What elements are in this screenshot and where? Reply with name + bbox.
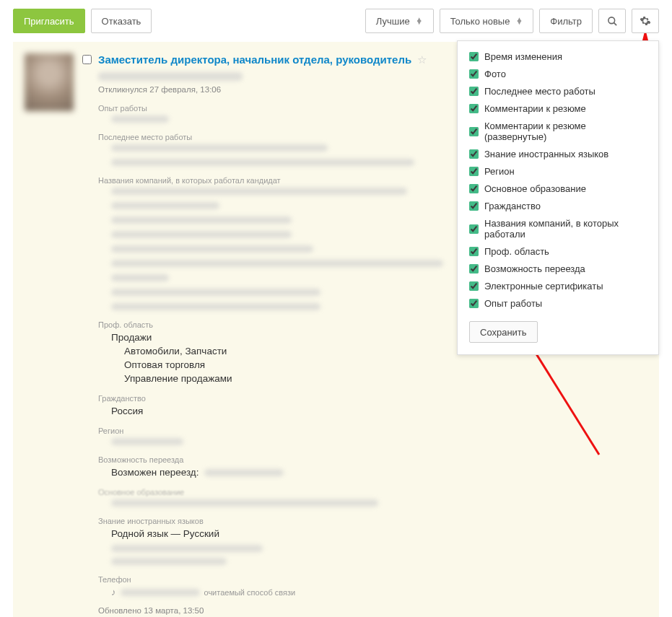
settings-option-checkbox[interactable] (469, 264, 479, 274)
settings-option-checkbox[interactable] (469, 247, 479, 256)
settings-option-checkbox[interactable] (469, 69, 479, 79)
phone-icon: ♪ (111, 587, 116, 598)
settings-option-label: Гражданство (484, 201, 541, 211)
settings-option-label: Время изменения (484, 51, 562, 62)
redacted-line (111, 303, 320, 310)
settings-option[interactable]: Комментарии к резюме (развернутые) (469, 121, 647, 142)
settings-option-label: Комментарии к резюме (484, 103, 586, 114)
settings-option-label: Комментарии к резюме (развернутые) (484, 121, 647, 142)
redacted-line (111, 545, 263, 552)
svg-point-0 (608, 17, 614, 23)
relocation-value: Возможен переезд: (111, 467, 647, 478)
label-phone: Телефон (98, 575, 647, 584)
redacted-line (111, 115, 169, 123)
prof-area-sub: Оптовая торговля (124, 359, 647, 370)
save-settings-button[interactable]: Сохранить (469, 321, 538, 343)
languages-native: Родной язык — Русский (111, 528, 647, 539)
redacted-line (111, 144, 328, 152)
settings-option[interactable]: Опыт работы (469, 298, 647, 309)
relocation-prefix: Возможен переезд: (111, 467, 199, 478)
settings-option-checkbox[interactable] (469, 299, 479, 308)
reject-button[interactable]: Отказать (91, 9, 152, 33)
resume-title-link[interactable]: Заместитель директора, начальник отдела,… (98, 53, 411, 66)
only-new-label: Только новые (450, 16, 510, 27)
avatar (25, 53, 74, 111)
gear-icon (640, 15, 651, 27)
settings-option[interactable]: Основное образование (469, 183, 647, 194)
redacted-line (111, 289, 320, 296)
settings-option[interactable]: Фото (469, 69, 647, 79)
redacted-line (111, 245, 313, 253)
redacted-line (111, 438, 183, 445)
redacted-line (111, 260, 443, 267)
settings-button[interactable] (632, 9, 659, 33)
invite-button[interactable]: Пригласить (13, 9, 85, 33)
caret-icon: ▲▼ (515, 18, 523, 24)
settings-option[interactable]: Время изменения (469, 51, 647, 62)
label-education: Основное образование (98, 488, 647, 496)
settings-option-checkbox[interactable] (469, 87, 479, 96)
prof-area-sub: Управление продажами (124, 373, 647, 384)
settings-option-label: Фото (484, 69, 506, 79)
redacted-line (111, 499, 378, 507)
select-resume-checkbox[interactable] (82, 55, 92, 64)
settings-option[interactable]: Комментарии к резюме (469, 103, 647, 114)
redacted-line (111, 231, 292, 238)
settings-option-label: Названия компаний, в которых работали (484, 218, 647, 240)
settings-option-checkbox[interactable] (469, 127, 479, 136)
settings-option-checkbox[interactable] (469, 184, 479, 193)
updated-date: Обновлено 13 марта, 13:50 (98, 606, 647, 615)
label-citizenship: Гражданство (98, 394, 647, 403)
sort-best-label: Лучшие (376, 16, 410, 27)
settings-option-label: Опыт работы (484, 298, 542, 309)
label-region: Регион (98, 426, 647, 435)
redacted-line (111, 558, 227, 565)
settings-option[interactable]: Последнее место работы (469, 86, 647, 97)
settings-option[interactable]: Знание иностранных языков (469, 149, 647, 159)
filter-button[interactable]: Фильтр (539, 9, 593, 33)
search-button[interactable] (598, 9, 626, 33)
settings-option[interactable]: Возможность переезда (469, 263, 647, 274)
settings-option-checkbox[interactable] (469, 201, 479, 211)
settings-option-checkbox[interactable] (469, 167, 479, 176)
only-new-dropdown[interactable]: Только новые ▲▼ (440, 9, 534, 33)
settings-option-label: Основное образование (484, 183, 586, 194)
settings-option[interactable]: Названия компаний, в которых работали (469, 218, 647, 240)
phone-pref-suffix: очитаемый способ связи (204, 588, 296, 597)
settings-option[interactable]: Электронные сертификаты (469, 281, 647, 292)
settings-option-checkbox[interactable] (469, 224, 479, 234)
redacted-line (111, 188, 407, 195)
favorite-star-icon[interactable]: ☆ (417, 53, 427, 66)
settings-option-label: Проф. область (484, 246, 549, 257)
settings-option-label: Электронные сертификаты (484, 281, 603, 292)
label-relocation: Возможность переезда (98, 455, 647, 464)
settings-option[interactable]: Проф. область (469, 246, 647, 257)
redacted-line (111, 216, 292, 224)
column-settings-panel: Время измененияФотоПоследнее место работ… (457, 40, 659, 355)
redacted-phone (121, 589, 200, 596)
settings-option-label: Последнее место работы (484, 86, 595, 97)
settings-option-checkbox[interactable] (469, 52, 479, 61)
settings-option-label: Регион (484, 166, 515, 177)
citizenship-value: Россия (111, 406, 647, 416)
label-languages: Знание иностранных языков (98, 517, 647, 525)
settings-option-checkbox[interactable] (469, 104, 479, 113)
svg-line-1 (614, 22, 616, 25)
settings-option-label: Знание иностранных языков (484, 149, 608, 159)
redacted-line (111, 274, 169, 281)
settings-option-checkbox[interactable] (469, 281, 479, 291)
search-icon (607, 16, 618, 27)
redacted-line (111, 202, 219, 209)
settings-option[interactable]: Регион (469, 166, 647, 177)
settings-option-checkbox[interactable] (469, 149, 479, 159)
sort-best-dropdown[interactable]: Лучшие ▲▼ (365, 9, 434, 33)
caret-icon: ▲▼ (416, 18, 423, 24)
toolbar: Пригласить Отказать Лучшие ▲▼ Только нов… (0, 0, 672, 42)
redacted-line (204, 469, 284, 476)
settings-option[interactable]: Гражданство (469, 201, 647, 211)
redacted-line (111, 159, 414, 166)
settings-option-label: Возможность переезда (484, 263, 585, 274)
redacted-name (98, 72, 243, 81)
